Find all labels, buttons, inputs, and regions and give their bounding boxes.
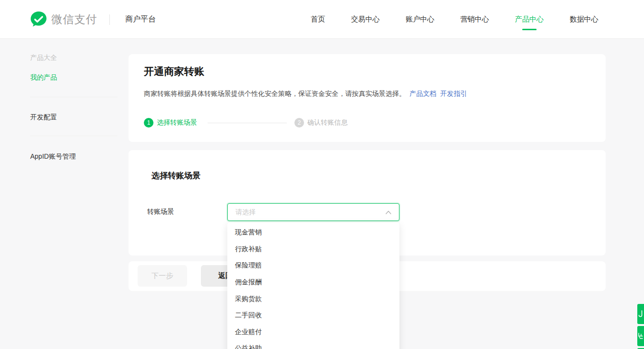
step-1-circle: 1 [144,118,153,128]
step-2-label: 确认转账信息 [307,118,348,127]
intro-description: 商家转账将根据具体转账场景提供个性化安全策略，保证资金安全，请按真实场景选择。产… [144,89,467,98]
nav-item-data[interactable]: 数据中心 [570,0,598,39]
chevron-up-icon [386,210,391,214]
transfer-scene-field-label: 转账场景 [147,208,174,216]
dropdown-option-clipped[interactable]: 公益补助 [227,340,399,349]
sidebar-item-appid-management[interactable]: AppID账号管理 [30,152,76,161]
sidebar-item-dev-config[interactable]: 开发配置 [30,113,57,122]
dropdown-option-enterprise-compensation[interactable]: 企业赔付 [227,324,399,341]
dropdown-option-commission[interactable]: 佣金报酬 [227,274,399,291]
step-1-label: 选择转账场景 [157,118,197,127]
select-placeholder: 请选择 [235,208,386,217]
wechat-pay-logo-icon [30,11,47,28]
customer-service-tab[interactable] [637,304,644,324]
form-section-title: 选择转账场景 [152,170,200,181]
wechat-pay-merchant-platform: 微信支付 商户平台 首页 交易中心 账户中心 营销中心 产品中心 数据中心 产品… [0,0,644,349]
header-divider [109,14,110,25]
logo[interactable]: 微信支付 [30,0,97,39]
edge-floating-toolbar [637,304,644,349]
sidebar-section-label: 产品大全 [30,54,57,62]
sidebar-item-my-products[interactable]: 我的产品 [30,73,57,82]
logo-text: 微信支付 [51,12,97,27]
product-doc-link[interactable]: 产品文档 [410,90,436,97]
step-indicator: 1 选择转账场景 2 确认转账信息 [144,118,348,128]
intro-card: 开通商家转账 商家转账将根据具体转账场景提供个性化安全策略，保证资金安全，请按真… [129,54,606,142]
customer-service-phone-icon [638,310,643,318]
intro-description-text: 商家转账将根据具体转账场景提供个性化安全策略，保证资金安全，请按真实场景选择。 [144,90,406,97]
sidebar-divider [30,136,117,136]
dropdown-option-cash-marketing[interactable]: 现金营销 [227,224,399,241]
sidebar-divider [30,97,117,97]
step-connector-line [208,123,287,123]
dropdown-option-procurement[interactable]: 采购货款 [227,291,399,307]
portal-label: 商户平台 [125,0,156,39]
dev-guide-link[interactable]: 开发指引 [440,90,467,97]
main-nav: 首页 交易中心 账户中心 营销中心 产品中心 数据中心 [311,0,598,39]
transfer-scene-dropdown: 现金营销 行政补贴 保险理赔 佣金报酬 采购货款 二手回收 企业赔付 公益补助 [227,222,399,349]
nav-item-account[interactable]: 账户中心 [406,0,434,39]
transfer-scene-select[interactable]: 请选择 [227,203,399,221]
feedback-tab[interactable] [637,326,644,346]
nav-item-transactions[interactable]: 交易中心 [351,0,380,39]
dropdown-option-admin-subsidy[interactable]: 行政补贴 [227,241,399,258]
nav-item-home[interactable]: 首页 [311,0,325,39]
step-2-circle: 2 [294,118,304,128]
top-header: 微信支付 商户平台 首页 交易中心 账户中心 营销中心 产品中心 数据中心 [0,0,644,39]
dropdown-option-insurance-claim[interactable]: 保险理赔 [227,257,399,274]
dropdown-option-secondhand-recycle[interactable]: 二手回收 [227,307,399,324]
nav-item-marketing[interactable]: 营销中心 [460,0,489,39]
feedback-hand-icon [638,333,644,339]
next-step-button[interactable]: 下一步 [138,265,187,287]
nav-item-products[interactable]: 产品中心 [515,0,544,39]
page-title: 开通商家转账 [144,65,204,78]
